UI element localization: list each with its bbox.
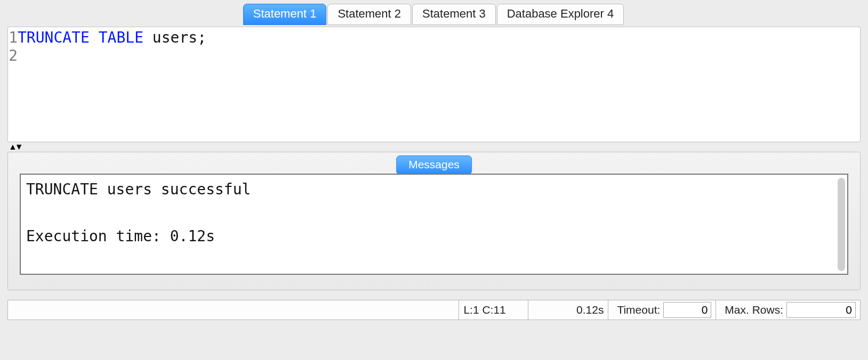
maxrows-input[interactable] [786, 302, 856, 318]
messages-text: TRUNCATE users successful Execution time… [26, 178, 842, 248]
tab-statement-2[interactable]: Statement 2 [327, 4, 411, 25]
timeout-group: Timeout: [608, 300, 716, 320]
line-number-gutter: 1 2 [8, 27, 18, 142]
sql-editor-panel: 1 2 TRUNCATE TABLE users; [7, 27, 861, 142]
sql-text: users; [143, 29, 206, 46]
tab-database-explorer-4[interactable]: Database Explorer 4 [497, 4, 624, 25]
tab-statement-3[interactable]: Statement 3 [412, 4, 496, 25]
cursor-position: L:1 C:11 [459, 300, 528, 320]
messages-scrollbar[interactable] [838, 178, 845, 271]
execution-time: 0.12s [528, 300, 608, 320]
main-container: Statement 1 Statement 2 Statement 3 Data… [7, 0, 861, 320]
line-number: 2 [8, 47, 18, 65]
status-bar: L:1 C:11 0.12s Timeout: Max. Rows: [7, 300, 861, 320]
timeout-label: Timeout: [613, 304, 663, 316]
sql-keyword: TRUNCATE [18, 29, 90, 46]
pane-splitter[interactable]: ▲▼ [7, 142, 861, 152]
maxrows-label: Max. Rows: [720, 304, 786, 316]
status-spacer [8, 300, 459, 320]
sql-editor[interactable]: TRUNCATE TABLE users; [18, 27, 860, 142]
timeout-input[interactable] [663, 302, 711, 318]
splitter-arrows-icon: ▲▼ [9, 144, 21, 150]
tab-statement-1[interactable]: Statement 1 [243, 4, 327, 25]
line-number: 1 [8, 29, 18, 47]
messages-panel: Messages TRUNCATE users successful Execu… [7, 152, 861, 290]
maxrows-group: Max. Rows: [716, 300, 860, 320]
tab-strip: Statement 1 Statement 2 Statement 3 Data… [7, 3, 861, 24]
sql-keyword: TABLE [99, 29, 143, 46]
messages-output[interactable]: TRUNCATE users successful Execution time… [20, 174, 848, 275]
tab-messages[interactable]: Messages [396, 156, 472, 175]
